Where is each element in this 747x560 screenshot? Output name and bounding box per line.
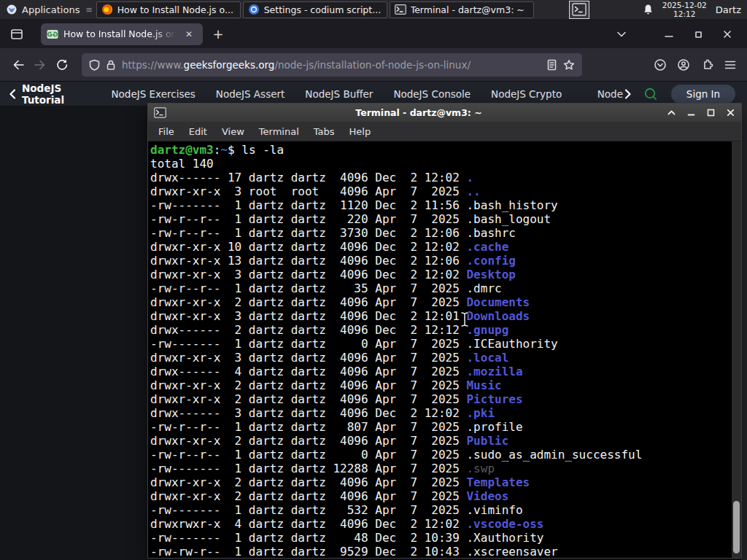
terminal-row: -rw------- 1 dartz dartz 0 Apr 7 2025 .I… [150,337,741,351]
new-tab-button[interactable]: + [210,26,226,42]
row-filename: .bashrc [466,226,515,240]
sitenav-truncated-link[interactable]: Node [597,88,632,100]
row-filename: .Xauthority [466,531,543,545]
row-meta: drwxr-xr-x 2 dartz dartz 4096 Apr 7 2025 [150,295,466,309]
terminal-row: drwxr-xr-x 2 dartz dartz 4096 Apr 7 2025… [150,434,741,448]
row-filename: .viminfo [466,503,522,517]
extensions-icon[interactable] [700,58,713,71]
terminal-row: drwx------ 17 dartz dartz 4096 Dec 2 12:… [150,171,741,184]
terminal-row: -rw-r--r-- 1 dartz dartz 220 Apr 7 2025 … [150,212,741,226]
maximize-icon[interactable] [706,108,716,117]
sign-in-button[interactable]: Sign In [671,85,735,104]
tab-close-icon[interactable]: ✕ [181,26,197,42]
row-meta: -rw-r--r-- 1 dartz dartz 220 Apr 7 2025 [150,212,466,226]
row-filename: Documents [466,295,530,309]
maximize-icon[interactable] [693,29,703,39]
terminal-menu-item[interactable]: File [151,126,182,137]
terminal-row: drwx------ 4 dartz dartz 4096 Apr 7 2025… [150,365,741,378]
browser-tab-active[interactable]: How to Install Node.js on ✕ [41,23,203,45]
hamburger-menu-icon[interactable] [724,58,737,71]
window-controls [616,28,740,40]
row-meta: drwx------ 17 dartz dartz 4096 Dec 2 12:… [150,171,466,184]
search-icon[interactable] [643,86,658,102]
row-meta: -rw-r--r-- 1 dartz dartz 0 Apr 7 2025 [150,448,466,462]
terminal-window-icon [154,107,166,118]
terminal-launcher-icon[interactable] [569,1,589,19]
reload-icon[interactable] [51,54,73,76]
shield-icon[interactable] [89,59,100,71]
page-scrollbar[interactable] [742,106,747,560]
terminal-total-line: total 140 [150,157,741,171]
prompt-userhost: dartz@vm3 [150,143,214,157]
row-meta: drwxr-xr-x 3 dartz dartz 4096 Apr 7 2025 [150,351,466,365]
terminal-row: drwxr-xr-x 2 dartz dartz 4096 Apr 7 2025… [150,489,741,503]
list-all-tabs-icon[interactable] [616,28,627,40]
prompt-command: $ ls -la [228,143,284,157]
url-bar[interactable]: https://www.geeksforgeeks.org/node-js/in… [82,53,582,77]
pocket-icon[interactable] [654,58,667,71]
row-filename: Music [466,378,501,392]
terminal-row: drwxr-xr-x 3 dartz dartz 4096 Apr 7 2025… [150,351,741,365]
sitenav-link[interactable]: NodeJS Assert [216,88,285,100]
close-icon[interactable] [726,108,735,117]
row-meta: drwx------ 3 dartz dartz 4096 Dec 2 12:0… [150,406,466,420]
sitenav-link[interactable]: NodeJS Crypto [491,88,562,100]
terminal-menu-item[interactable]: Help [342,126,379,137]
url-text[interactable]: https://www.geeksforgeeks.org/node-js/in… [122,59,541,71]
terminal-row: drwx------ 2 dartz dartz 4096 Dec 2 12:1… [150,323,741,337]
row-meta: drwxr-xr-x 13 dartz dartz 4096 Dec 2 12:… [150,254,466,268]
terminal-row: drwxr-xr-x 2 dartz dartz 4096 Apr 7 2025… [150,475,741,489]
terminal-row: -rw-r--r-- 1 dartz dartz 35 Apr 7 2025 .… [150,281,741,295]
terminal-menu-item[interactable]: View [214,126,252,137]
panel-clock[interactable]: 2025-12-02 12:12 [662,1,707,18]
bookmark-star-icon[interactable] [563,59,575,71]
user-menu-button[interactable]: Dartz [716,4,741,15]
sitenav-link[interactable]: NodeJS Buffer [305,88,373,100]
panel-window-buttons: How to Install Node.js o...Settings - co… [96,0,534,20]
terminal-menu-item[interactable]: Terminal [252,126,306,137]
notification-bell-icon[interactable] [643,4,654,15]
row-meta: -rw------- 1 dartz dartz 48 Dec 2 10:39 [150,531,466,545]
terminal-row: drwxr-xr-x 2 dartz dartz 4096 Apr 7 2025… [150,378,741,392]
terminal-icon [395,4,406,15]
chevron-right-icon[interactable] [624,89,632,99]
applications-menu-button[interactable]: Applications [0,0,85,20]
nodejs-tutorial-link[interactable]: NodeJS Tutorial [9,82,95,106]
forward-button[interactable] [29,54,51,76]
tab-title: How to Install Node.js on [63,28,176,39]
minimize-icon[interactable] [664,29,674,39]
terminal-menu-item[interactable]: Tabs [306,126,342,137]
row-filename: Videos [466,489,508,503]
row-meta: -rw-rw-r-- 1 dartz dartz 9529 Dec 2 10:4… [150,545,466,558]
terminal-scrollbar-thumb[interactable] [733,501,740,553]
row-filename: .gnupg [466,323,508,337]
close-icon[interactable] [722,29,732,39]
row-meta: -rw------- 1 dartz dartz 1120 Dec 2 11:5… [150,198,466,212]
lock-icon[interactable] [106,59,116,71]
shade-icon[interactable] [667,108,676,117]
terminal-row: drwxr-xr-x 2 dartz dartz 4096 Apr 7 2025… [150,392,741,406]
codium-icon [248,4,260,15]
panel-window-button-terminal[interactable]: Terminal - dartz@vm3: ~ [390,1,534,18]
panel-window-button-firefox[interactable]: How to Install Node.js o... [96,1,241,18]
row-filename: Desktop [466,268,515,281]
row-filename: .dmrc [466,281,501,295]
browser-toolbar: https://www.geeksforgeeks.org/node-js/in… [0,48,747,82]
row-meta: drwxr-xr-x 3 root root 4096 Apr 7 2025 [150,184,466,198]
terminal-row: drwxr-xr-x 13 dartz dartz 4096 Dec 2 12:… [150,254,741,268]
firefox-view-icon[interactable] [7,25,26,44]
account-icon[interactable] [677,58,690,71]
terminal-prompt-line: dartz@vm3:~$ ls -la [150,143,741,157]
reader-mode-icon[interactable] [546,59,557,71]
terminal-body[interactable]: dartz@vm3:~$ ls -la total 140 drwx------… [148,141,741,558]
terminal-titlebar[interactable]: Terminal - dartz@vm3: ~ [148,104,741,122]
mouse-ibeam-cursor [460,311,470,327]
row-filename: .bash_logout [466,212,551,226]
panel-window-button-codium[interactable]: Settings - codium script... [243,1,387,18]
terminal-menu-item[interactable]: Edit [182,126,214,137]
sitenav-link[interactable]: NodeJS Console [393,88,471,100]
minimize-icon[interactable] [686,108,696,117]
terminal-scrollbar[interactable] [732,141,741,558]
sitenav-link[interactable]: NodeJS Exercises [111,88,195,100]
back-button[interactable] [7,54,29,76]
